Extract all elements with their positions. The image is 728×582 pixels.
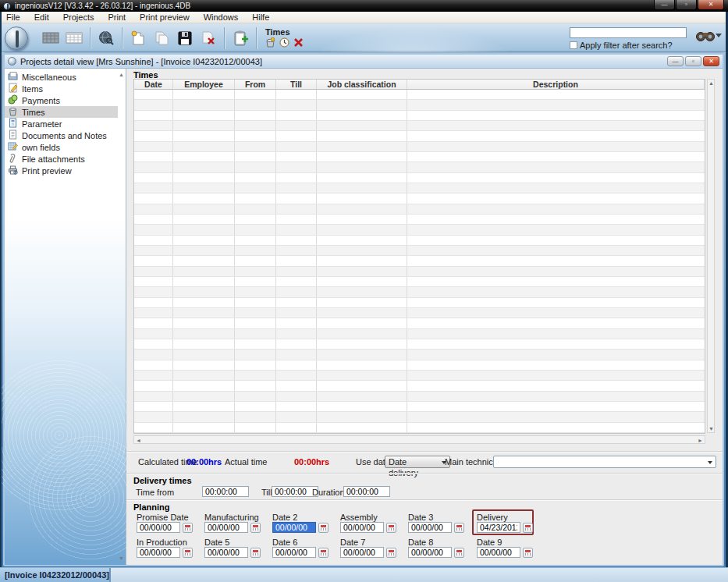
menu-file[interactable]: File xyxy=(0,12,27,23)
column-header-till[interactable]: Till xyxy=(276,80,317,89)
search-binoculars-icon[interactable] xyxy=(695,29,716,44)
menu-hilfe[interactable]: Hilfe xyxy=(245,12,276,23)
column-header-date[interactable]: Date xyxy=(134,80,173,89)
planning-date-input[interactable] xyxy=(272,547,316,558)
menu-print-preview[interactable]: Print preview xyxy=(133,12,197,23)
scroll-up-icon[interactable]: ▲ xyxy=(708,80,715,87)
scroll-left-icon[interactable]: ◄ xyxy=(135,437,142,444)
sidebar-scroll-down-icon[interactable]: ▼ xyxy=(118,555,125,562)
column-header-description[interactable]: Description xyxy=(407,80,705,89)
save-record-icon[interactable] xyxy=(175,27,195,49)
table-horizontal-scrollbar[interactable]: ◄ ► xyxy=(133,435,705,444)
table-row[interactable] xyxy=(134,412,705,422)
table-vertical-scrollbar[interactable]: ▲ ▼ xyxy=(707,79,715,433)
menu-windows[interactable]: Windows xyxy=(197,12,246,23)
column-header-from[interactable]: From xyxy=(235,80,276,89)
table-row[interactable] xyxy=(134,183,705,193)
column-header-job-classification[interactable]: Job classification xyxy=(317,80,407,89)
table-row[interactable] xyxy=(134,142,705,152)
table-row[interactable] xyxy=(134,360,705,371)
table-row[interactable] xyxy=(134,298,705,308)
planning-date-input[interactable] xyxy=(408,522,452,533)
inner-title-bar[interactable]: Projects detail view [Mrs Sunshine] - [I… xyxy=(5,55,723,69)
planning-date-input[interactable] xyxy=(408,547,452,558)
calendar-picker-icon[interactable] xyxy=(250,548,261,558)
table-row[interactable] xyxy=(134,215,705,225)
planning-date-input[interactable] xyxy=(477,522,520,533)
table-row[interactable] xyxy=(134,246,705,256)
ingenious-logo-button[interactable] xyxy=(5,27,28,50)
search-options-caret-icon[interactable] xyxy=(716,34,722,37)
add-entry-icon[interactable] xyxy=(230,27,250,49)
table-row[interactable] xyxy=(134,350,705,360)
table-row[interactable] xyxy=(134,381,705,391)
times-bucket-icon[interactable] xyxy=(265,37,275,49)
table-row[interactable] xyxy=(134,318,705,328)
duration-input[interactable] xyxy=(343,486,390,497)
delete-record-icon[interactable] xyxy=(198,27,218,49)
calendar-picker-icon[interactable] xyxy=(454,548,464,558)
planning-date-input[interactable] xyxy=(340,522,384,533)
table-row[interactable] xyxy=(134,204,705,215)
table-row[interactable] xyxy=(134,100,705,110)
sidebar-scroll-up-icon[interactable]: ▲ xyxy=(118,71,125,78)
table-row[interactable] xyxy=(134,392,705,402)
calendar-picker-icon[interactable] xyxy=(250,523,261,533)
planning-date-input[interactable] xyxy=(204,547,248,558)
search-input[interactable] xyxy=(570,27,687,38)
planning-date-input[interactable] xyxy=(137,547,180,558)
sidebar-item-own-fields[interactable]: own fields xyxy=(5,141,118,153)
sidebar-item-times[interactable]: Times xyxy=(5,106,118,118)
table-row[interactable] xyxy=(134,277,705,287)
table-row[interactable] xyxy=(134,111,705,121)
menu-print[interactable]: Print xyxy=(101,12,133,23)
table-row[interactable] xyxy=(134,173,705,183)
calendar-picker-icon[interactable] xyxy=(386,548,396,558)
table-row[interactable] xyxy=(134,193,705,204)
calendar-picker-icon[interactable] xyxy=(183,523,193,533)
table-row[interactable] xyxy=(134,371,705,381)
scroll-right-icon[interactable]: ► xyxy=(697,437,704,444)
inner-restore-button[interactable]: ▫ xyxy=(685,56,701,66)
use-date-select[interactable]: Date delivery xyxy=(385,456,450,468)
calendar-picker-icon[interactable] xyxy=(318,523,328,533)
sidebar-item-items[interactable]: Items xyxy=(5,83,118,94)
table-row[interactable] xyxy=(134,162,705,172)
table-row[interactable] xyxy=(134,287,705,297)
table-row[interactable] xyxy=(134,121,705,131)
minimize-button[interactable]: — xyxy=(654,0,675,10)
calendar-view-icon[interactable] xyxy=(64,27,84,49)
table-row[interactable] xyxy=(134,256,705,266)
planning-date-input[interactable] xyxy=(477,547,520,558)
maximize-button[interactable]: ▫ xyxy=(676,0,697,10)
times-clock-icon[interactable] xyxy=(279,37,289,49)
table-row[interactable] xyxy=(134,308,705,318)
apply-filter-checkbox[interactable] xyxy=(570,41,577,49)
main-technician-select[interactable] xyxy=(493,456,716,468)
planning-date-input[interactable] xyxy=(340,547,384,558)
sidebar-item-print-preview[interactable]: Print preview xyxy=(5,165,118,176)
list-view-icon[interactable] xyxy=(41,27,61,49)
search-globe-icon[interactable] xyxy=(96,27,116,49)
duplicate-record-icon[interactable] xyxy=(151,27,172,49)
inner-close-button[interactable]: ✕ xyxy=(703,56,719,66)
table-row[interactable] xyxy=(134,329,705,339)
table-row[interactable] xyxy=(134,236,705,246)
column-header-employee[interactable]: Employee xyxy=(173,80,235,89)
close-button[interactable]: ✕ xyxy=(698,0,724,10)
scroll-down-icon[interactable]: ▼ xyxy=(708,425,715,432)
menu-projects[interactable]: Projects xyxy=(56,12,101,23)
sidebar-item-file-attachments[interactable]: File attachments xyxy=(5,153,118,165)
table-row[interactable] xyxy=(134,90,705,100)
table-row[interactable] xyxy=(134,152,705,162)
sidebar-item-payments[interactable]: Payments xyxy=(5,94,118,106)
table-row[interactable] xyxy=(134,423,705,433)
calendar-picker-icon[interactable] xyxy=(523,523,533,533)
planning-date-input[interactable] xyxy=(272,522,316,533)
table-row[interactable] xyxy=(134,225,705,235)
table-row[interactable] xyxy=(134,131,705,141)
table-row[interactable] xyxy=(134,402,705,412)
calendar-picker-icon[interactable] xyxy=(318,548,328,558)
inner-minimize-button[interactable]: — xyxy=(667,56,684,66)
times-delete-icon[interactable] xyxy=(293,37,304,49)
